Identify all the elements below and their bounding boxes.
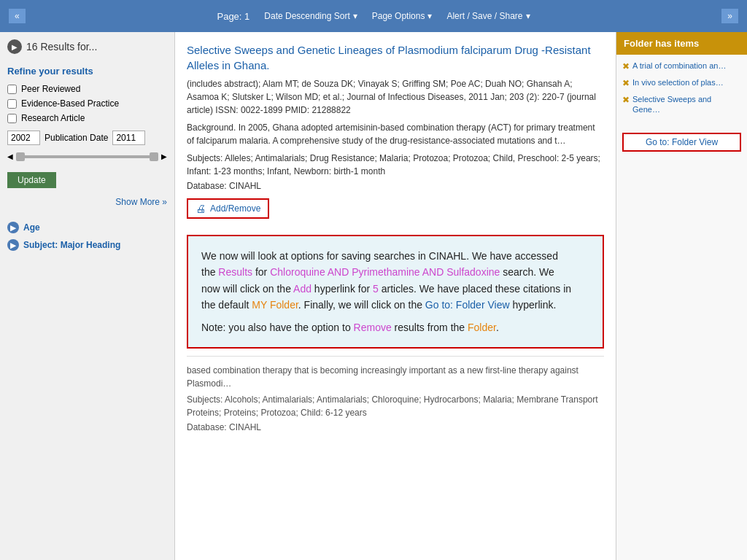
- folder-item-2-text: In vivo selection of plas…: [632, 77, 724, 88]
- nav-arrow-right[interactable]: »: [721, 9, 738, 23]
- folder-item-3-text: Selective Sweeps and Gene…: [632, 94, 741, 115]
- folder-item-2[interactable]: ✖ In vivo selection of plas…: [622, 77, 741, 88]
- article-2-database: Database: CINAHL: [187, 422, 604, 432]
- sidebar-section-age[interactable]: ▶ Age: [7, 222, 167, 233]
- annotation-myfolder-highlight: MY Folder: [252, 299, 298, 311]
- nav-arrow-left[interactable]: «: [9, 9, 26, 23]
- filter-peer-reviewed[interactable]: Peer Reviewed: [7, 84, 167, 94]
- annotation-line4-post: hyperlink.: [510, 299, 557, 311]
- filter-evidence-based[interactable]: Evidence-Based Practice: [7, 98, 167, 109]
- folder-items-list: ✖ A trial of combination an… ✖ In vivo s…: [616, 55, 747, 127]
- main-layout: ▶ 16 Results for... Refine your results …: [0, 32, 747, 560]
- folder-item-3[interactable]: ✖ Selective Sweeps and Gene…: [622, 94, 741, 115]
- annotation-line5-mid: results from the: [392, 322, 468, 333]
- article-1-abstract: Background. In 2005, Ghana adopted artem…: [187, 121, 604, 147]
- refine-title: Refine your results: [7, 66, 167, 77]
- options-chevron-icon: ▾: [427, 11, 432, 21]
- main-content: Selective Sweeps and Genetic Lineages of…: [175, 32, 616, 560]
- annotation-line2-pre: the: [201, 266, 218, 278]
- page-label: Page: 1: [217, 11, 249, 22]
- slider-right-icon: ▶: [161, 152, 167, 160]
- annotation-line2-mid: for: [252, 266, 270, 278]
- folder-item-3-icon: ✖: [622, 95, 630, 105]
- printer-icon: 🖨: [196, 203, 206, 214]
- results-count-text: 16 Results for...: [26, 41, 97, 52]
- annotation-line4: the default MY Folder. Finally, we will …: [201, 297, 589, 313]
- left-sidebar: ▶ 16 Results for... Refine your results …: [0, 32, 175, 560]
- evidence-based-checkbox[interactable]: [7, 99, 17, 109]
- slider-handle-left[interactable]: [16, 152, 25, 161]
- annotation-line3-pre: now will click on the: [201, 283, 293, 295]
- evidence-based-label: Evidence-Based Practice: [21, 98, 119, 109]
- article-divider: [187, 356, 604, 357]
- article-1-database: Database: CINAHL: [187, 181, 604, 191]
- pub-date-to-input[interactable]: [112, 131, 145, 145]
- sort-chevron-icon: ▾: [353, 11, 357, 21]
- article-1-meta: (includes abstract); Alam MT; de Souza D…: [187, 77, 604, 117]
- slider-handle-right[interactable]: [150, 152, 158, 161]
- annotation-results-highlight: Results: [218, 266, 252, 278]
- sort-button[interactable]: Date Descending Sort ▾: [264, 11, 357, 21]
- annotation-line1: We now will look at options for saving s…: [201, 248, 589, 264]
- research-article-checkbox[interactable]: [7, 114, 17, 123]
- folder-header: Folder has items: [616, 32, 747, 55]
- annotation-line5-post: .: [496, 322, 499, 333]
- annotation-line3: now will click on the Add hyperlink for …: [201, 281, 589, 297]
- folder-item-1-text: A trial of combination an…: [632, 61, 726, 71]
- page-options-button[interactable]: Page Options ▾: [372, 11, 433, 21]
- article-1-subjects: Subjects: Alleles; Antimalarials; Drug R…: [187, 152, 604, 178]
- article-2-subjects: Subjects: Alcohols; Antimalarials; Antim…: [187, 393, 604, 419]
- show-more-link[interactable]: Show More »: [7, 197, 167, 207]
- top-navigation-bar: « Page: 1 Date Descending Sort ▾ Page Op…: [0, 0, 747, 32]
- annotation-goto-highlight: Go to: Folder View: [425, 299, 510, 311]
- article-1: Selective Sweeps and Genetic Lineages of…: [187, 42, 604, 228]
- peer-reviewed-checkbox[interactable]: [7, 85, 17, 94]
- annotation-line5-pre: Note: you also have the option to: [201, 322, 354, 333]
- peer-reviewed-label: Peer Reviewed: [21, 84, 80, 94]
- research-article-label: Research Article: [21, 113, 85, 123]
- folder-item-1[interactable]: ✖ A trial of combination an…: [622, 61, 741, 71]
- slider-track[interactable]: [16, 155, 158, 158]
- goto-folder-button[interactable]: Go to: Folder View: [622, 133, 741, 152]
- right-folder-panel: Folder has items ✖ A trial of combinatio…: [616, 32, 747, 560]
- options-label: Page Options: [372, 11, 425, 21]
- annotation-num-highlight: 5: [373, 283, 379, 295]
- nav-center: Page: 1 Date Descending Sort ▾ Page Opti…: [217, 11, 530, 22]
- folder-item-2-icon: ✖: [622, 78, 630, 88]
- filter-research-article[interactable]: Research Article: [7, 113, 167, 123]
- pub-date-label: Publication Date: [44, 133, 108, 143]
- subject-expand-icon: ▶: [7, 239, 19, 251]
- annotation-line3-post: articles. We have placed these citations…: [379, 283, 571, 295]
- folder-item-1-icon: ✖: [622, 61, 630, 71]
- annotation-search-highlight: Chloroquine AND Pyrimethamine AND Sulfad…: [270, 266, 500, 278]
- add-remove-button[interactable]: 🖨 Add/Remove: [187, 198, 269, 219]
- pub-date-from-input[interactable]: [7, 131, 40, 145]
- alert-label: Alert / Save / Share: [446, 11, 522, 21]
- annotation-add-highlight: Add: [293, 283, 311, 295]
- subject-section-label: Subject: Major Heading: [23, 240, 120, 250]
- annotation-line4-mid: . Finally, we will click on the: [298, 299, 425, 311]
- annotation-line4-pre: the default: [201, 299, 252, 311]
- annotation-overlay: We now will look at options for saving s…: [187, 235, 604, 349]
- pub-date-row: Publication Date: [7, 131, 167, 145]
- annotation-line5: Note: you also have the option to Remove…: [201, 319, 589, 335]
- results-icon: ▶: [7, 39, 22, 54]
- slider-container: ◀ ▶: [7, 152, 167, 160]
- annotation-folder-highlight: Folder: [468, 322, 496, 333]
- update-button[interactable]: Update: [7, 172, 56, 188]
- annotation-line2-post: search. We: [500, 266, 554, 278]
- annotation-remove-highlight: Remove: [354, 322, 392, 333]
- age-expand-icon: ▶: [7, 222, 19, 233]
- alert-save-share-button[interactable]: Alert / Save / Share ▾: [446, 11, 530, 21]
- alert-chevron-icon: ▾: [526, 11, 530, 21]
- sort-label: Date Descending Sort: [264, 11, 349, 21]
- slider-left-icon: ◀: [7, 152, 13, 160]
- annotation-line2: the Results for Chloroquine AND Pyrimeth…: [201, 264, 589, 280]
- sidebar-section-subject[interactable]: ▶ Subject: Major Heading: [7, 239, 167, 251]
- nav-container: « Page: 1 Date Descending Sort ▾ Page Op…: [9, 9, 738, 23]
- age-section-label: Age: [23, 222, 40, 233]
- article-1-title[interactable]: Selective Sweeps and Genetic Lineages of…: [187, 42, 604, 73]
- article-2: based combination therapy that is becomi…: [187, 364, 604, 432]
- article-2-abstract: based combination therapy that is becomi…: [187, 364, 604, 390]
- add-remove-label: Add/Remove: [210, 203, 260, 214]
